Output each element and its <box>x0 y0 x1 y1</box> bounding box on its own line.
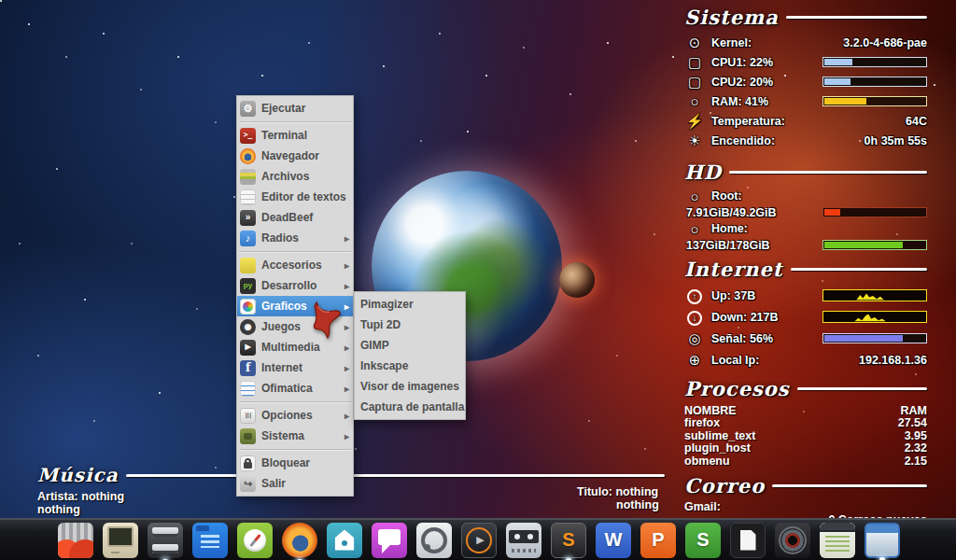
audio-player-icon[interactable] <box>416 523 452 558</box>
menu-item-accesorios[interactable]: Accesorios ▸ <box>237 255 353 275</box>
menu-item-label: Ejecutar <box>261 102 305 115</box>
retro-mac-icon[interactable] <box>103 523 138 558</box>
menu-item-salir[interactable]: ↪ Salir <box>237 473 353 494</box>
messages-icon[interactable] <box>372 523 407 558</box>
correo-title: Correo <box>684 474 765 497</box>
stats-wallpaper-icon[interactable] <box>58 523 93 558</box>
menu-item-archivos[interactable]: Archivos <box>237 166 353 187</box>
file-manager-icon <box>240 169 256 185</box>
submenu-item-visor-de-imagenes[interactable]: Visor de imagenes <box>355 376 465 397</box>
menu-item-label: Accesorios <box>261 259 322 272</box>
graphics-pinwheel-icon <box>240 299 256 315</box>
internet-title: Internet <box>684 258 783 281</box>
process-ram: 27.54 <box>898 416 927 429</box>
submenu-arrow-icon: ▸ <box>344 322 349 332</box>
sliders-icon <box>240 408 256 424</box>
hd-section-header: HD <box>684 161 927 184</box>
menu-item-label: Internet <box>261 361 302 374</box>
menu-item-label: Multimedia <box>261 341 320 354</box>
menu-item-bloquear[interactable]: Bloquear <box>237 453 353 473</box>
submenu-item-pimagizer[interactable]: Pimagizer <box>355 294 465 315</box>
menu-item-ejecutar[interactable]: ⚙ Ejecutar <box>237 98 353 119</box>
terminal-icon: >_ <box>240 128 256 144</box>
submenu-arrow-icon: ▸ <box>344 411 349 421</box>
archive-drawer-icon[interactable] <box>148 523 183 558</box>
submenu-item-tupi-2d[interactable]: Tupi 2D <box>355 315 465 335</box>
download-label: Down: 217B <box>711 311 779 324</box>
menu-item-label: Terminal <box>261 129 307 142</box>
sublime-text-icon[interactable]: S <box>551 523 586 558</box>
green-browser-icon[interactable] <box>237 523 273 558</box>
media-player-icon[interactable] <box>461 523 497 558</box>
menu-separator <box>237 399 353 405</box>
menu-item-sistema[interactable]: Sistema ▸ <box>237 426 353 446</box>
birdhouse-icon[interactable] <box>327 523 362 558</box>
camera-icon[interactable] <box>775 523 810 558</box>
local-ip-value: 192.168.1.36 <box>859 354 927 367</box>
cpu2-row: ▢ CPU2: 20% <box>684 72 927 91</box>
process-name: sublime_text <box>684 429 755 442</box>
menu-item-terminal[interactable]: >_ Terminal <box>237 125 353 146</box>
ram-label: RAM: 41% <box>711 95 768 108</box>
menu-item-label: Navegador <box>261 149 319 162</box>
wps-writer-icon[interactable]: W <box>596 523 631 558</box>
artist-value: nothing <box>81 490 124 503</box>
submenu-arrow-icon: ▸ <box>344 301 349 312</box>
submenu-item-inkscape[interactable]: Inkscape <box>355 356 465 376</box>
menu-item-label: Desarrollo <box>261 279 316 292</box>
submenu-item-label: GIMP <box>360 339 389 352</box>
uptime-icon: ☀ <box>684 133 705 149</box>
window-icon[interactable] <box>865 523 900 558</box>
submenu-item-label: Inkscape <box>360 359 408 372</box>
notes-icon[interactable] <box>820 523 855 558</box>
home-label: Home: <box>711 222 748 235</box>
conky-system-monitor: Sistema ⊙ Kernel: 3.2.0-4-686-pae ▢ CPU1… <box>684 6 927 526</box>
procesos-title: Procesos <box>684 377 790 400</box>
signal-label: Señal: 56% <box>711 332 773 345</box>
python-icon: py <box>240 278 256 294</box>
root-row: ○ Root: <box>684 188 927 204</box>
menu-item-internet[interactable]: f Internet ▸ <box>237 357 353 378</box>
music-note-icon: ♪ <box>240 231 256 246</box>
down-arrow-icon: ↓ <box>684 308 705 326</box>
menu-item-radios[interactable]: ♪ Radios ▸ <box>237 228 353 248</box>
menu-item-label: Editor de textos <box>261 190 346 203</box>
process-ram: 2.32 <box>905 441 927 455</box>
process-name-header: NOMBRE <box>684 404 737 417</box>
file-manager-icon[interactable] <box>192 523 228 558</box>
firefox-icon[interactable] <box>282 523 317 558</box>
gmail-label: Gmail: <box>684 500 721 513</box>
document-icon[interactable] <box>730 523 766 558</box>
process-name: obmenu <box>684 455 730 468</box>
process-ram-header: RAM <box>901 404 927 417</box>
process-ram: 3.95 <box>905 429 927 442</box>
temperature-icon: ⚡ <box>684 113 705 130</box>
submenu-item-label: Visor de imagenes <box>360 380 459 393</box>
home-usage-row: 137GiB/178GiB <box>684 237 927 253</box>
menu-item-opciones[interactable]: Opciones ▸ <box>237 405 353 426</box>
menu-separator <box>237 446 353 453</box>
cassette-player-icon[interactable] <box>506 523 541 558</box>
menu-item-ofimatica[interactable]: Ofimatica ▸ <box>237 378 353 399</box>
root-value: 7.91GiB/49.2GiB <box>684 206 777 219</box>
section-rule <box>786 16 927 19</box>
wps-spreadsheets-icon[interactable]: S <box>685 523 721 558</box>
menu-item-navegador[interactable]: Navegador <box>237 146 353 166</box>
submenu-item-gimp[interactable]: GIMP <box>355 335 465 356</box>
menu-item-editor-de-textos[interactable]: Editor de textos <box>237 187 353 207</box>
signal-row: ◎ Señal: 56% <box>684 328 927 349</box>
submenu-arrow-icon: ▸ <box>344 363 349 373</box>
submenu-item-captura-de-pantalla[interactable]: Captura de pantalla <box>355 397 465 417</box>
menu-item-label: Juegos <box>261 320 301 333</box>
title-line2: nothing <box>577 498 659 511</box>
local-ip-row: ⊕ Local Ip: 192.168.1.36 <box>684 349 927 371</box>
uptime-row: ☀ Encendido: 0h 35m 55s <box>684 131 927 150</box>
up-arrow-icon: ↑ <box>684 287 705 304</box>
root-usage-row: 7.91GiB/49.2GiB <box>684 204 927 220</box>
local-ip-label: Local Ip: <box>711 354 759 367</box>
wps-presentation-icon[interactable]: P <box>640 523 676 558</box>
menu-item-multimedia[interactable]: ▶ Multimedia ▸ <box>237 337 353 357</box>
menu-item-desarrollo[interactable]: py Desarrollo ▸ <box>237 275 353 296</box>
root-label: Root: <box>711 189 742 203</box>
menu-item-deadbeef[interactable]: » DeadBeef <box>237 207 353 228</box>
